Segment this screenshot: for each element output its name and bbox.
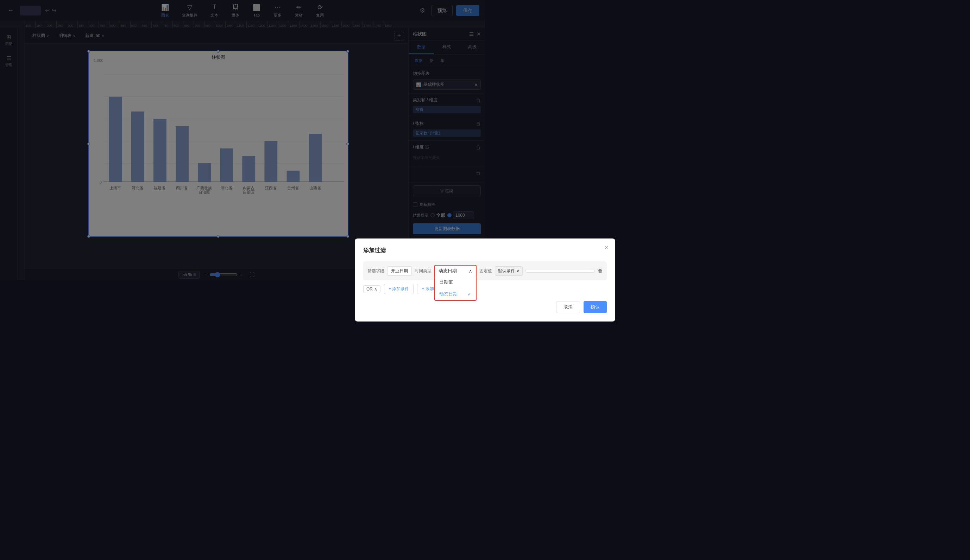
filter-row: 筛选字段 开业日期 时间类型 动态日期 ∧ 日期值 动态日期 ✓	[363, 262, 485, 280]
add-filter-modal: 添加过滤 × 筛选字段 开业日期 时间类型 动态日期 ∧ 日期值 动态日期	[355, 238, 485, 280]
filter-option-date-value-label: 日期值	[439, 279, 453, 280]
modal-overlay: 添加过滤 × 筛选字段 开业日期 时间类型 动态日期 ∧ 日期值 动态日期	[0, 0, 485, 280]
filter-fixed-label: 固定值	[479, 268, 485, 274]
filter-option-date-value[interactable]: 日期值	[435, 276, 476, 280]
filter-dropdown-value: 动态日期	[439, 268, 457, 274]
filter-time-type-label: 时间类型	[415, 268, 431, 274]
filter-field-label: 筛选字段	[367, 268, 384, 274]
dropdown-chevron-up: ∧	[469, 268, 472, 274]
filter-dropdown-options: 日期值 动态日期 ✓	[434, 276, 477, 280]
modal-title: 添加过滤	[363, 247, 485, 254]
filter-time-type-dropdown[interactable]: 动态日期 ∧ 日期值 动态日期 ✓	[434, 265, 477, 277]
filter-dropdown-header[interactable]: 动态日期 ∧	[435, 266, 476, 276]
filter-field-tag[interactable]: 开业日期	[387, 266, 412, 276]
